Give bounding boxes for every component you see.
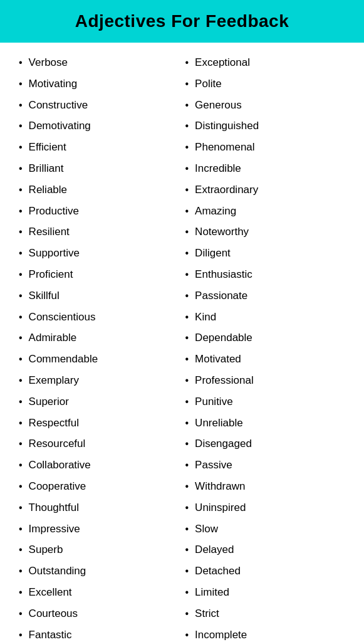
list-item: Professional [185,373,346,388]
list-item: Dependable [185,330,346,345]
list-item: Conscientious [19,310,179,325]
list-item: Collaborative [19,458,179,473]
content-area: VerboseMotivatingConstructiveDemotivatin… [0,43,364,642]
left-column: VerboseMotivatingConstructiveDemotivatin… [19,55,179,642]
list-item: Resourceful [19,436,179,451]
list-item: Enthusiastic [185,267,346,282]
list-item: Motivated [185,352,346,367]
list-item: Proficient [19,267,179,282]
page-title: Adjectives For Feedback [13,11,351,31]
list-item: Efficient [19,140,179,155]
header: Adjectives For Feedback [0,0,364,43]
list-item: Resilient [19,224,179,239]
list-item: Superb [19,542,179,557]
list-item: Diligent [185,246,346,261]
list-item: Punitive [185,394,346,409]
list-item: Generous [185,98,346,113]
list-item: Exceptional [185,55,346,70]
list-item: Courteous [19,606,179,621]
list-item: Passive [185,458,346,473]
list-item: Thoughtful [19,500,179,515]
list-item: Skillful [19,288,179,303]
list-item: Outstanding [19,564,179,579]
list-item: Brilliant [19,161,179,176]
list-item: Detached [185,564,346,579]
list-item: Unreliable [185,416,346,431]
list-item: Uninspired [185,500,346,515]
list-item: Disengaged [185,436,346,451]
list-item: Amazing [185,204,346,219]
list-item: Slow [185,522,346,537]
list-item: Noteworthy [185,224,346,239]
list-item: Incomplete [185,628,346,642]
list-item: Productive [19,204,179,219]
list-item: Passionate [185,288,346,303]
list-item: Demotivating [19,118,179,134]
list-item: Excellent [19,585,179,600]
list-item: Kind [185,310,346,325]
list-item: Polite [185,76,346,92]
list-item: Withdrawn [185,479,346,494]
list-item: Verbose [19,55,179,70]
list-item: Impressive [19,522,179,537]
list-item: Respectful [19,416,179,431]
list-item: Cooperative [19,479,179,494]
list-item: Motivating [19,76,179,92]
list-item: Strict [185,606,346,621]
list-item: Reliable [19,182,179,197]
list-item: Extraordinary [185,182,346,197]
list-item: Superior [19,394,179,409]
list-item: Fantastic [19,628,179,642]
list-item: Delayed [185,542,346,557]
list-item: Commendable [19,352,179,367]
list-item: Distinguished [185,118,346,134]
right-column: ExceptionalPoliteGenerousDistinguishedPh… [185,55,346,642]
list-item: Limited [185,585,346,600]
list-item: Incredible [185,161,346,176]
list-item: Exemplary [19,373,179,388]
word-columns: VerboseMotivatingConstructiveDemotivatin… [19,55,345,642]
list-item: Supportive [19,246,179,261]
list-item: Phenomenal [185,140,346,155]
list-item: Admirable [19,330,179,345]
list-item: Constructive [19,98,179,113]
